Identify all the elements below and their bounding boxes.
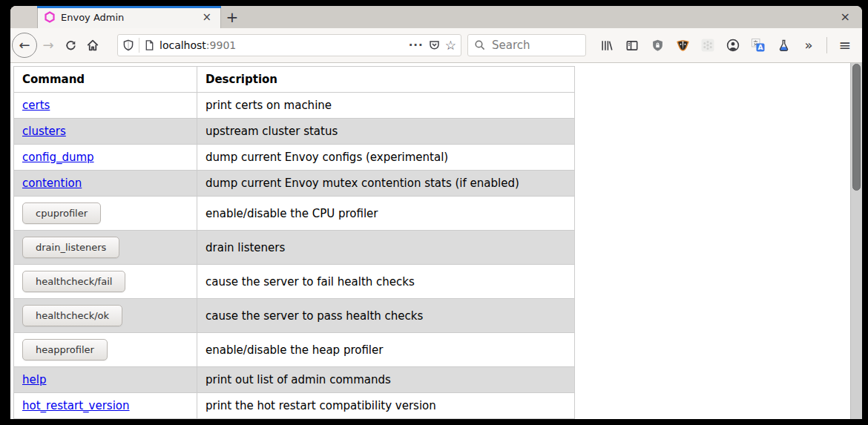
forward-button[interactable]: → [37, 34, 59, 56]
privacy-badger-icon [676, 39, 690, 52]
window-close-icon[interactable]: × [838, 10, 853, 24]
command-cell: hot_restart_version [14, 393, 197, 419]
command-column-header: Command [14, 67, 197, 93]
command-button-drain_listeners[interactable]: drain_listeners [22, 237, 119, 258]
page-info-icon[interactable] [144, 39, 155, 51]
privacy-badger-extension-button[interactable] [671, 34, 694, 56]
table-row: helpprint out list of admin commands [14, 367, 575, 393]
library-button[interactable] [596, 34, 618, 56]
search-bar[interactable] [467, 34, 586, 56]
bookmark-star-icon[interactable]: ☆ [445, 39, 456, 52]
vertical-scrollbar[interactable] [850, 63, 862, 419]
new-tab-button[interactable]: + [221, 6, 243, 28]
tab-close-icon[interactable]: × [200, 12, 214, 23]
active-tab-indicator [37, 6, 221, 8]
command-link-contention[interactable]: contention [22, 177, 82, 190]
table-row: contentiondump current Envoy mutex conte… [14, 171, 575, 197]
description-cell: print certs on machine [197, 93, 575, 119]
command-link-certs[interactable]: certs [22, 99, 50, 112]
command-cell: drain_listeners [14, 231, 197, 265]
command-link-help[interactable]: help [22, 373, 46, 386]
scrollbar-thumb[interactable] [852, 64, 861, 191]
account-icon [726, 39, 740, 52]
table-row: healthcheck/okcause the server to pass h… [14, 299, 575, 333]
home-button[interactable] [82, 34, 104, 56]
table-row: clustersupstream cluster status [14, 119, 575, 145]
toolbar-divider [826, 37, 827, 53]
tab-envoy-admin[interactable]: Envoy Admin × [38, 6, 221, 28]
table-row: heapprofilerenable/disable the heap prof… [14, 333, 575, 367]
description-cell: enable/disable the CPU profiler [197, 197, 575, 231]
description-cell: cause the server to pass health checks [197, 299, 575, 333]
flask-extension-button[interactable] [772, 34, 795, 56]
reload-icon [65, 39, 77, 52]
command-cell: heapprofiler [14, 333, 197, 367]
shield-lock-extension-button[interactable] [646, 34, 668, 56]
command-cell: contention [14, 171, 197, 197]
overflow-chevrons-icon: » [804, 39, 812, 52]
hamburger-menu-icon: ≡ [839, 38, 852, 53]
toolbar-right-icons: A » ≡ [596, 34, 856, 56]
table-row: cpuprofilerenable/disable the CPU profil… [14, 197, 575, 231]
command-cell: clusters [14, 119, 197, 145]
url-host: localhost [160, 39, 206, 51]
table-body: certsprint certs on machineclustersupstr… [14, 93, 575, 419]
flask-icon [777, 39, 790, 52]
tracking-shield-icon[interactable] [122, 39, 134, 51]
description-column-header: Description [197, 67, 575, 93]
command-cell: healthcheck/ok [14, 299, 197, 333]
pocket-icon[interactable] [428, 39, 441, 51]
urlbar-divider [139, 38, 139, 53]
back-icon: ← [19, 39, 30, 52]
table-row: hot_restart_versionprint the hot restart… [14, 393, 575, 419]
navigation-toolbar: ← → [10, 28, 862, 63]
url-bar[interactable]: localhost:9901 ··· ☆ [117, 34, 461, 56]
tab-bar: Envoy Admin × + × [10, 6, 862, 28]
shield-lock-icon [651, 39, 664, 52]
table-row: healthcheck/failcause the server to fail… [14, 265, 575, 299]
command-button-cpuprofiler[interactable]: cpuprofiler [22, 202, 101, 224]
command-cell: config_dump [14, 145, 197, 171]
command-link-config_dump[interactable]: config_dump [22, 151, 94, 164]
hamburger-menu-button[interactable]: ≡ [834, 34, 856, 56]
description-cell: enable/disable the heap profiler [197, 333, 575, 367]
envoy-hexagon-icon [45, 11, 55, 23]
tab-title: Envoy Admin [61, 12, 194, 23]
library-icon [600, 39, 614, 52]
command-cell: help [14, 367, 197, 393]
command-button-healthcheck/ok[interactable]: healthcheck/ok [22, 305, 122, 326]
admin-command-table: Command Description certsprint certs on … [13, 66, 575, 419]
svg-text:A: A [758, 44, 763, 51]
command-button-healthcheck/fail[interactable]: healthcheck/fail [22, 271, 125, 292]
command-link-hot_restart_version[interactable]: hot_restart_version [22, 399, 130, 412]
url-text[interactable]: localhost:9901 [160, 39, 404, 51]
tabbar-spacer [10, 6, 38, 28]
command-link-clusters[interactable]: clusters [22, 125, 66, 138]
description-cell: print the hot restart compatibility vers… [197, 393, 575, 419]
sidebars-button[interactable] [621, 34, 643, 56]
back-button[interactable]: ← [12, 33, 37, 58]
reload-button[interactable] [59, 34, 82, 56]
table-header-row: Command Description [14, 67, 575, 93]
addon-grid-extension-button[interactable] [697, 34, 719, 56]
search-icon [474, 39, 486, 51]
translate-extension-button[interactable]: A [747, 34, 769, 56]
forward-icon: → [42, 39, 53, 52]
description-cell: dump current Envoy configs (experimental… [197, 145, 575, 171]
translate-icon: A [752, 39, 765, 52]
table-row: config_dumpdump current Envoy configs (e… [14, 145, 575, 171]
sidebars-icon [625, 39, 639, 52]
description-cell: dump current Envoy mutex contention stat… [197, 171, 575, 197]
command-cell: certs [14, 93, 197, 119]
account-button[interactable] [722, 34, 744, 56]
search-input[interactable] [490, 38, 579, 53]
command-button-heapprofiler[interactable]: heapprofiler [22, 339, 108, 360]
command-cell: cpuprofiler [14, 197, 197, 231]
overflow-menu-button[interactable]: » [798, 34, 820, 56]
page-actions-ellipsis-icon[interactable]: ··· [409, 39, 424, 52]
url-port: :9901 [206, 39, 236, 51]
browser-window: Envoy Admin × + × ← → [10, 6, 862, 419]
description-cell: cause the server to fail health checks [197, 265, 575, 299]
description-cell: drain listeners [197, 231, 575, 265]
command-cell: healthcheck/fail [14, 265, 197, 299]
